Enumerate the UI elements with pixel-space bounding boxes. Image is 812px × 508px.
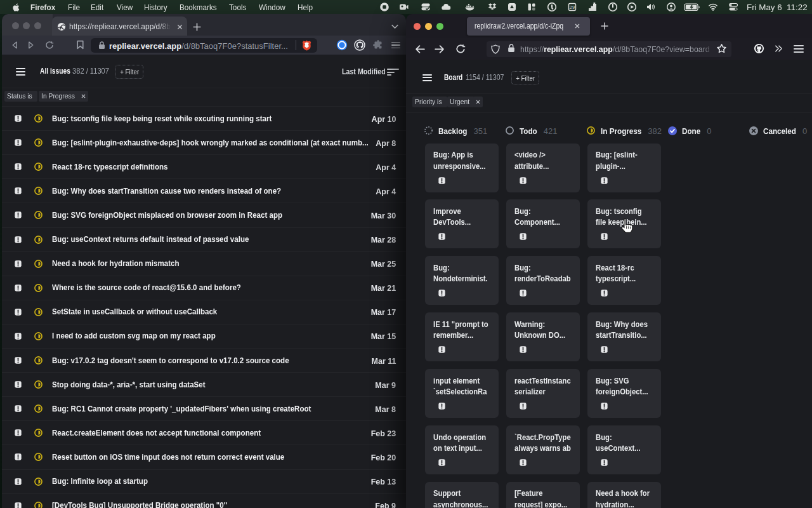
svg-text:29: 29 [570,4,575,10]
